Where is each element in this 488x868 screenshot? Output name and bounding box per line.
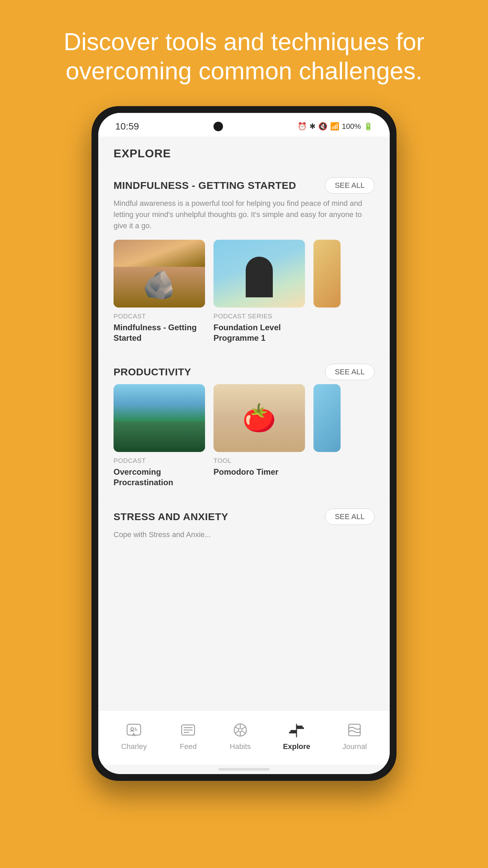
charley-icon	[125, 721, 143, 739]
nav-item-habits[interactable]: Habits	[230, 721, 251, 751]
status-bar: 10:59 ⏰ ✱ 🔇 📶 100% 🔋	[98, 113, 390, 137]
mindfulness-see-all-button[interactable]: SEE ALL	[325, 177, 374, 194]
mindfulness-card-2-type: PODCAST SERIES	[214, 313, 305, 320]
nav-item-charley[interactable]: Charley	[121, 721, 147, 751]
battery-level: 100%	[342, 122, 361, 131]
explore-label: Explore	[283, 742, 310, 751]
camera-dot	[214, 122, 223, 131]
mindfulness-card-1[interactable]: PODCAST Mindfulness - Getting Started	[114, 240, 205, 343]
bluetooth-icon: ✱	[309, 122, 316, 131]
mindfulness-card-1-type: PODCAST	[114, 313, 205, 320]
mindfulness-card-2[interactable]: PODCAST SERIES Foundation Level Programm…	[214, 240, 305, 343]
productivity-card-partial	[313, 384, 341, 488]
svg-rect-20	[349, 724, 360, 736]
stress-see-all-button[interactable]: SEE ALL	[325, 509, 374, 525]
productivity-card-1-type: PODCAST	[114, 457, 205, 465]
svg-rect-17	[290, 730, 297, 733]
phone-frame: 10:59 ⏰ ✱ 🔇 📶 100% 🔋 EXPLORE	[92, 106, 396, 781]
productivity-card-1-title: Overcoming Procrastination	[114, 467, 205, 488]
alarm-icon: ⏰	[298, 122, 307, 131]
mindfulness-description: Mindful awareness is a powerful tool for…	[114, 198, 374, 231]
page-title: EXPLORE	[114, 147, 171, 160]
stress-title: STRESS AND ANXIETY	[114, 511, 228, 522]
nav-item-journal[interactable]: Journal	[342, 721, 367, 751]
mindfulness-card-partial	[313, 240, 341, 343]
productivity-section: PRODUCTIVITY SEE ALL PODCAST Overcoming …	[98, 354, 390, 498]
explore-header: EXPLORE	[98, 137, 390, 167]
nav-item-explore[interactable]: Explore	[283, 721, 310, 751]
mindfulness-card-1-title: Mindfulness - Getting Started	[114, 322, 205, 343]
svg-point-14	[239, 728, 242, 732]
mindfulness-card-2-image	[214, 240, 305, 308]
productivity-section-header: PRODUCTIVITY SEE ALL	[114, 364, 374, 380]
screen-content: EXPLORE MINDFULNESS - GETTING STARTED SE…	[98, 137, 390, 774]
stress-section-header: STRESS AND ANXIETY SEE ALL	[114, 509, 374, 525]
hero-text: Discover tools and techniques for overco…	[0, 0, 488, 106]
productivity-card-1[interactable]: PODCAST Overcoming Procrastination	[114, 384, 205, 488]
phone-wrapper: 10:59 ⏰ ✱ 🔇 📶 100% 🔋 EXPLORE	[92, 106, 396, 868]
charley-label: Charley	[121, 742, 147, 751]
mindfulness-card-1-image	[114, 240, 205, 308]
home-indicator	[219, 768, 269, 771]
spacer	[98, 552, 390, 710]
habits-icon	[231, 721, 249, 739]
productivity-card-partial-image	[313, 384, 341, 452]
bottom-nav: Charley Feed	[98, 710, 390, 765]
wifi-icon: 📶	[330, 122, 339, 131]
habits-label: Habits	[230, 742, 251, 751]
mute-icon: 🔇	[318, 122, 327, 131]
phone-screen: 10:59 ⏰ ✱ 🔇 📶 100% 🔋 EXPLORE	[98, 113, 390, 774]
productivity-card-2-image: 🍅	[214, 384, 305, 452]
svg-point-2	[135, 728, 136, 729]
mindfulness-title: MINDFULNESS - GETTING STARTED	[114, 180, 296, 191]
journal-label: Journal	[342, 742, 367, 751]
journal-icon	[345, 721, 364, 739]
mindfulness-cards-row: PODCAST Mindfulness - Getting Started PO…	[114, 240, 374, 343]
mindfulness-card-partial-image	[313, 240, 341, 308]
productivity-title: PRODUCTIVITY	[114, 366, 191, 378]
productivity-card-2-title: Pomodoro Timer	[214, 467, 305, 477]
mindfulness-section: MINDFULNESS - GETTING STARTED SEE ALL Mi…	[98, 167, 390, 354]
explore-icon	[287, 721, 306, 739]
productivity-cards-row: PODCAST Overcoming Procrastination 🍅 TOO…	[114, 384, 374, 488]
productivity-card-2[interactable]: 🍅 TOOL Pomodoro Timer	[214, 384, 305, 488]
productivity-card-1-image	[114, 384, 205, 452]
nav-item-feed[interactable]: Feed	[179, 721, 198, 751]
status-icons: ⏰ ✱ 🔇 📶 100% 🔋	[298, 122, 373, 131]
feed-icon	[179, 721, 198, 739]
stress-section: STRESS AND ANXIETY SEE ALL Cope with Str…	[98, 498, 390, 552]
mindfulness-section-header: MINDFULNESS - GETTING STARTED SEE ALL	[114, 177, 374, 194]
battery-icon: 🔋	[364, 122, 373, 131]
svg-point-1	[131, 728, 134, 730]
status-time: 10:59	[115, 121, 139, 132]
stress-description: Cope with Stress and Anxie...	[114, 529, 374, 540]
svg-rect-16	[297, 726, 303, 729]
feed-label: Feed	[180, 742, 197, 751]
productivity-card-2-type: TOOL	[214, 457, 305, 465]
mindfulness-card-2-title: Foundation Level Programme 1	[214, 322, 305, 343]
productivity-see-all-button[interactable]: SEE ALL	[325, 364, 374, 380]
